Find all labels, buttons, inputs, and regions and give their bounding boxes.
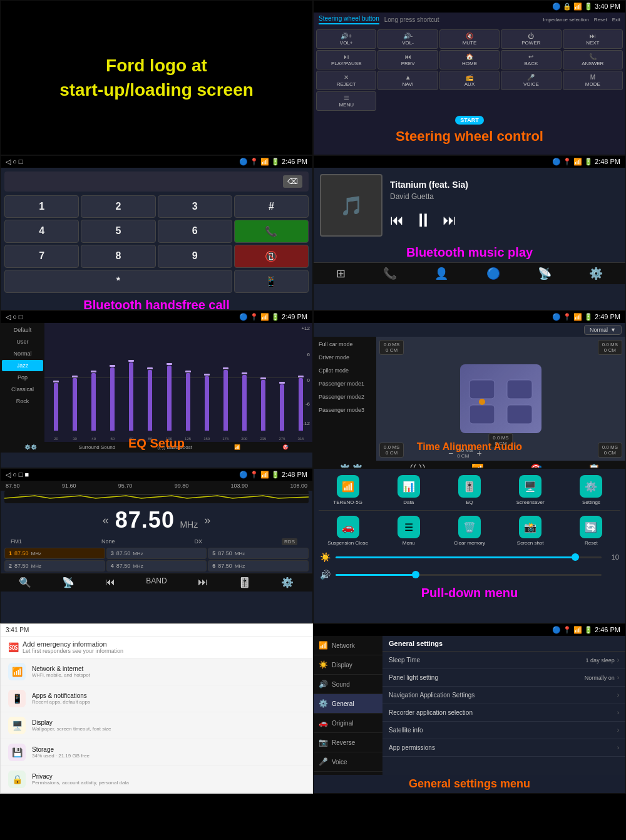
sc-voice[interactable]: 🎤VOICE: [501, 71, 561, 90]
pd-item-wifi[interactable]: 📶 TERENO-5G: [319, 475, 377, 505]
pd-item-reset[interactable]: 🔄 Reset: [562, 516, 620, 546]
eq-nav-eq[interactable]: 🎯: [282, 444, 289, 450]
sc-home[interactable]: 🏠HOME: [439, 50, 500, 69]
android-setting-privacy[interactable]: 🔒 Privacy Permissions, account activity,…: [1, 766, 312, 793]
sc-mute[interactable]: 🔇MUTE: [439, 29, 500, 49]
gen-sidebar-original[interactable]: 🚗 Original: [314, 714, 382, 733]
fm-antenna-btn[interactable]: 📡: [62, 576, 74, 588]
phone-backspace-btn[interactable]: ⌫: [283, 175, 302, 188]
pd-item-screensaver[interactable]: 🖥️ Screensaver: [501, 475, 560, 505]
sc-next[interactable]: ⏭NEXT: [563, 29, 623, 49]
dial-1[interactable]: 1: [4, 195, 79, 218]
gen-row-recorder[interactable]: Recorder application selection ›: [382, 704, 625, 722]
pd-brightness-track[interactable]: [336, 556, 602, 558]
tab-exit[interactable]: Exit: [612, 17, 620, 23]
ta-mode-cpilot[interactable]: Cpilot mode: [315, 364, 375, 377]
pd-item-data[interactable]: 📊 Data: [379, 475, 438, 505]
eq-nav-target[interactable]: 📶: [234, 444, 240, 450]
ta-nav-3[interactable]: 📶: [471, 463, 484, 468]
pd-item-menu[interactable]: ☰ Menu: [379, 516, 438, 546]
sc-mode[interactable]: MMODE: [563, 71, 623, 90]
sc-play-pause[interactable]: ⏯PLAY/PAUSE: [316, 50, 376, 69]
sc-navi[interactable]: ▲NAVI: [377, 71, 438, 90]
eq-preset-user[interactable]: User: [2, 336, 43, 347]
fm-rewind-btn[interactable]: «: [103, 514, 109, 527]
pd-item-settings[interactable]: ⚙️ Settings: [562, 475, 620, 505]
fm-preset-1[interactable]: 187.50MHz: [4, 548, 105, 559]
dial-star[interactable]: *: [4, 270, 232, 293]
ta-nav-2[interactable]: ((·)): [409, 463, 426, 468]
sc-back[interactable]: ↩BACK: [501, 50, 561, 69]
dial-2[interactable]: 2: [81, 195, 155, 218]
sc-vol-minus[interactable]: 🔊-VOL-: [377, 29, 438, 49]
fm-preset-4[interactable]: 487.50MHz: [106, 560, 207, 571]
ta-mode-driver[interactable]: Driver mode: [315, 351, 375, 364]
pd-volume-thumb[interactable]: [412, 571, 419, 578]
nav-settings2[interactable]: ⚙️: [589, 267, 603, 280]
eq-preset-rock[interactable]: Rock: [2, 396, 43, 407]
gen-row-navi[interactable]: Navigation Application Settings ›: [382, 687, 625, 704]
dial-9[interactable]: 9: [158, 245, 232, 268]
ta-nav-5[interactable]: 📋: [588, 463, 600, 468]
sc-answer[interactable]: 📞ANSWER: [563, 50, 623, 69]
sc-reject[interactable]: ✕REJECT: [316, 71, 376, 90]
fm-preset-5[interactable]: 587.50MHz: [208, 548, 309, 559]
dial-3[interactable]: 3: [158, 195, 232, 218]
android-setting-storage[interactable]: 💾 Storage 34% used · 21.19 GB free: [1, 739, 312, 766]
ta-normal-badge[interactable]: Normal ▼: [584, 325, 622, 335]
ta-minus-btn[interactable]: −: [448, 448, 453, 458]
dial-7[interactable]: 7: [4, 245, 79, 268]
dial-4[interactable]: 4: [4, 220, 79, 243]
eq-preset-default[interactable]: Default: [2, 324, 43, 335]
gen-sidebar-reverse[interactable]: 📷 Reverse: [314, 733, 382, 752]
ta-mode-pass1[interactable]: Passenger mode1: [315, 377, 375, 390]
nav-contacts2[interactable]: 👤: [434, 267, 448, 280]
pd-item-eq[interactable]: 🎚️ EQ: [440, 475, 498, 505]
pd-item-clearmem[interactable]: 🗑️ Clear memory: [440, 516, 498, 546]
dial-5[interactable]: 5: [81, 220, 155, 243]
sc-prev[interactable]: ⏮PREV: [377, 50, 438, 69]
gen-sidebar-network[interactable]: 📶 Network: [314, 636, 382, 655]
fm-preset-6[interactable]: 687.50MHz: [208, 560, 309, 571]
android-setting-network[interactable]: 📶 Network & internet Wi-Fi, mobile, and …: [1, 658, 312, 685]
fm-preset-2[interactable]: 287.50MHz: [4, 560, 105, 571]
eq-preset-pop[interactable]: Pop: [2, 372, 43, 383]
nav-bluetooth2[interactable]: 🔵: [486, 267, 500, 280]
gen-sidebar-general[interactable]: ⚙️ General: [314, 694, 382, 714]
pd-brightness-thumb[interactable]: [572, 553, 579, 561]
eq-nav-settings[interactable]: ⚙️⚙️: [24, 444, 37, 450]
eq-preset-jazz[interactable]: Jazz: [2, 360, 43, 371]
fm-next-btn[interactable]: ⏭: [198, 576, 208, 588]
nav-bt3[interactable]: 📡: [538, 267, 552, 280]
fm-band-btn[interactable]: BAND: [146, 576, 167, 588]
android-setting-apps[interactable]: 📱 Apps & notifications Recent apps, defa…: [1, 685, 312, 712]
music-prev-btn[interactable]: ⏮: [390, 212, 404, 228]
gen-row-sleep[interactable]: Sleep Time 1 day sleep ›: [382, 652, 625, 669]
fm-preset-3[interactable]: 387.50MHz: [106, 548, 207, 559]
dial-hash[interactable]: #: [234, 195, 309, 218]
gen-row-apppermissions[interactable]: App permissions ›: [382, 739, 625, 757]
fm-eq-btn[interactable]: 🎚️: [239, 576, 251, 588]
ta-plus-btn[interactable]: +: [477, 448, 482, 458]
gen-row-satellite[interactable]: Satellite info ›: [382, 722, 625, 739]
fm-forward-btn[interactable]: »: [204, 514, 210, 527]
gen-sidebar-voice[interactable]: 🎤 Voice: [314, 752, 382, 772]
dial-call[interactable]: 📞: [234, 220, 309, 243]
tab-reset[interactable]: Reset: [594, 17, 607, 23]
pd-item-suspension[interactable]: 🚗 Suspension Close: [319, 516, 377, 546]
eq-nav-surround[interactable]: Surround Sound: [79, 444, 115, 450]
ta-nav-4[interactable]: 🎯: [530, 463, 542, 468]
sc-power[interactable]: ⏻POWER: [501, 29, 561, 49]
fm-settings-btn[interactable]: ⚙️: [281, 576, 294, 588]
pd-volume-track[interactable]: [336, 574, 602, 576]
ta-nav-1[interactable]: ⚙️⚙️: [339, 463, 364, 468]
eq-preset-normal[interactable]: Normal: [2, 348, 43, 359]
ta-mode-pass2[interactable]: Passenger mode2: [315, 391, 375, 403]
music-play-btn[interactable]: ⏸: [414, 210, 433, 231]
nav-phone2[interactable]: 📞: [383, 267, 397, 280]
gen-row-panel[interactable]: Panel light setting Normally on ›: [382, 669, 625, 687]
android-setting-display[interactable]: 🖥️ Display Wallpaper, screen timeout, fo…: [1, 712, 312, 739]
tab-impedance[interactable]: Impedance selection: [543, 17, 588, 23]
sc-menu[interactable]: ☰MENU: [316, 91, 376, 111]
ta-mode-pass3[interactable]: Passenger mode3: [315, 404, 375, 416]
